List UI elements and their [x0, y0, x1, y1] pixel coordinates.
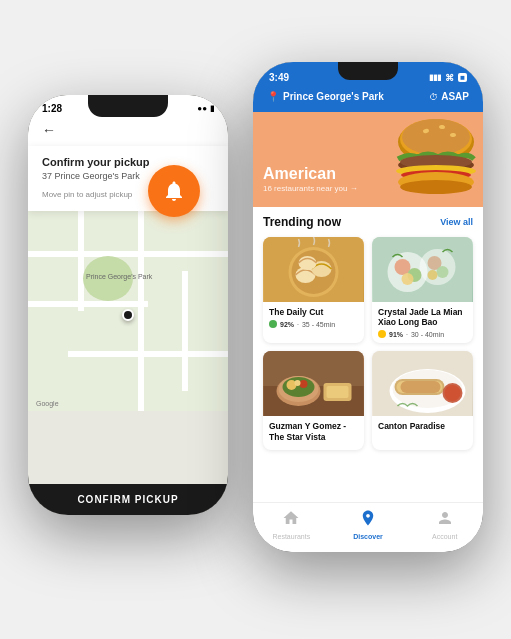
- nav-restaurants[interactable]: Restaurants: [253, 509, 330, 540]
- left-phone: 1:28 ●● ▮ ← Confirm your pickup 37 Princ…: [28, 95, 228, 515]
- nav-account[interactable]: Account: [406, 509, 483, 540]
- left-time: 1:28: [42, 103, 62, 114]
- canton-image: [372, 351, 473, 416]
- svg-rect-42: [401, 381, 441, 393]
- hero-subtitle: 16 restaurants near you →: [263, 184, 358, 193]
- hero-cuisine: American: [263, 166, 358, 182]
- guzman-info: Guzman Y Gomez - The Star Vista: [263, 416, 364, 449]
- wifi-icon: ⌘: [445, 73, 454, 83]
- dim-sum-svg: [263, 237, 364, 302]
- svg-point-34: [295, 380, 301, 386]
- crystal-jade-name: Crystal Jade La Mian Xiao Long Bao: [378, 307, 467, 327]
- daily-cut-image: [263, 237, 364, 302]
- daily-cut-time: 35 - 45min: [302, 321, 335, 328]
- crystal-jade-image: [372, 237, 473, 302]
- discover-icon: [359, 509, 377, 527]
- crystal-jade-rating: 91%: [389, 331, 403, 338]
- nav-discover[interactable]: Discover: [330, 509, 407, 540]
- battery-icon-right: ■: [458, 73, 467, 82]
- confirm-box: Confirm your pickup 37 Prince George's P…: [28, 146, 228, 211]
- top-bar: ←: [28, 118, 228, 146]
- svg-point-33: [300, 380, 308, 388]
- location-text: Prince George's Park: [283, 91, 384, 102]
- road-h1: [28, 251, 228, 257]
- daily-cut-info: The Daily Cut 92% · 35 - 45min: [263, 302, 364, 333]
- signal-icon: ●●: [197, 104, 207, 113]
- restaurant-card-daily-cut[interactable]: The Daily Cut 92% · 35 - 45min: [263, 237, 364, 343]
- view-all-button[interactable]: View all: [440, 217, 473, 227]
- crystal-jade-svg: [372, 237, 473, 302]
- crystal-jade-meta: 91% · 30 - 40min: [378, 330, 467, 338]
- account-nav-label: Account: [432, 533, 457, 540]
- restaurant-card-crystal-jade[interactable]: Crystal Jade La Mian Xiao Long Bao 91% ·…: [372, 237, 473, 343]
- back-button[interactable]: ←: [42, 122, 56, 138]
- guzman-svg: [263, 351, 364, 416]
- svg-point-26: [428, 270, 438, 280]
- right-phone: 3:49 ▮▮▮ ⌘ ■ 📍 Prince George's Park ⏱ AS…: [253, 62, 483, 552]
- account-icon: [436, 509, 454, 527]
- daily-cut-rating: 92%: [280, 321, 294, 328]
- canton-info: Canton Paradise: [372, 416, 473, 439]
- trending-title: Trending now: [263, 215, 341, 229]
- left-phone-notch: [88, 95, 168, 117]
- road-v2: [138, 211, 144, 411]
- svg-point-23: [402, 273, 414, 285]
- canton-svg: [372, 351, 473, 416]
- daily-cut-meta: 92% · 35 - 45min: [269, 320, 358, 328]
- road-v1: [78, 211, 84, 311]
- notification-bell-badge: [148, 165, 200, 217]
- crystal-jade-info: Crystal Jade La Mian Xiao Long Bao 91% ·…: [372, 302, 473, 343]
- burger-svg: [368, 112, 483, 207]
- guzman-image: [263, 351, 364, 416]
- guzman-name: Guzman Y Gomez - The Star Vista: [269, 421, 358, 441]
- battery-icon: ▮: [210, 104, 214, 113]
- pin-icon: 📍: [267, 91, 279, 102]
- right-time: 3:49: [269, 72, 289, 83]
- svg-point-11: [400, 180, 472, 194]
- svg-point-2: [402, 119, 470, 155]
- crystal-jade-separator: ·: [406, 331, 408, 338]
- daily-cut-name: The Daily Cut: [269, 307, 358, 317]
- hero-text-area: American 16 restaurants near you →: [263, 166, 358, 193]
- canton-name: Canton Paradise: [378, 421, 467, 431]
- svg-point-44: [445, 385, 461, 401]
- burger-image: [368, 112, 483, 207]
- confirm-title: Confirm your pickup: [42, 156, 214, 168]
- road-h2: [28, 301, 148, 307]
- road-v3: [182, 271, 188, 391]
- crystal-jade-time: 30 - 40min: [411, 331, 444, 338]
- left-status-icons: ●● ▮: [197, 104, 214, 113]
- road-h3: [68, 351, 228, 357]
- map-pin[interactable]: [122, 309, 134, 321]
- restaurant-card-guzman[interactable]: Guzman Y Gomez - The Star Vista: [263, 351, 364, 449]
- confirm-pickup-button[interactable]: CONFIRM PICKUP: [28, 484, 228, 515]
- signal-bars-icon: ▮▮▮: [429, 73, 441, 82]
- svg-rect-36: [327, 386, 349, 398]
- rating-dot-1: [269, 320, 277, 328]
- park-label: Prince George's Park: [86, 273, 152, 280]
- restaurant-cards-grid: The Daily Cut 92% · 35 - 45min: [263, 237, 473, 450]
- location-info: 📍 Prince George's Park: [267, 91, 384, 102]
- main-content: Trending now View all: [253, 207, 483, 502]
- rating-dot-2: [378, 330, 386, 338]
- restaurant-card-canton[interactable]: Canton Paradise: [372, 351, 473, 449]
- location-bar[interactable]: 📍 Prince George's Park ⏱ ASAP: [253, 87, 483, 112]
- right-phone-notch: [338, 62, 398, 80]
- account-nav-icon: [436, 509, 454, 531]
- right-status-icons: ▮▮▮ ⌘ ■: [429, 73, 467, 83]
- svg-point-25: [437, 266, 449, 278]
- clock-icon: ⏱: [429, 92, 438, 102]
- google-logo: Google: [36, 400, 59, 407]
- restaurants-nav-icon: [282, 509, 300, 531]
- adjust-pin-text: Move pin to adjust pickup: [42, 190, 132, 199]
- restaurants-nav-label: Restaurants: [272, 533, 310, 540]
- map-area: Prince George's Park Google: [28, 211, 228, 411]
- bell-icon: [162, 179, 186, 203]
- trending-header: Trending now View all: [263, 215, 473, 229]
- discover-nav-icon: [359, 509, 377, 531]
- home-icon: [282, 509, 300, 527]
- daily-cut-separator: ·: [297, 321, 299, 328]
- hero-banner[interactable]: American 16 restaurants near you →: [253, 112, 483, 207]
- bottom-navigation: Restaurants Discover Account: [253, 502, 483, 552]
- discover-nav-label: Discover: [353, 533, 383, 540]
